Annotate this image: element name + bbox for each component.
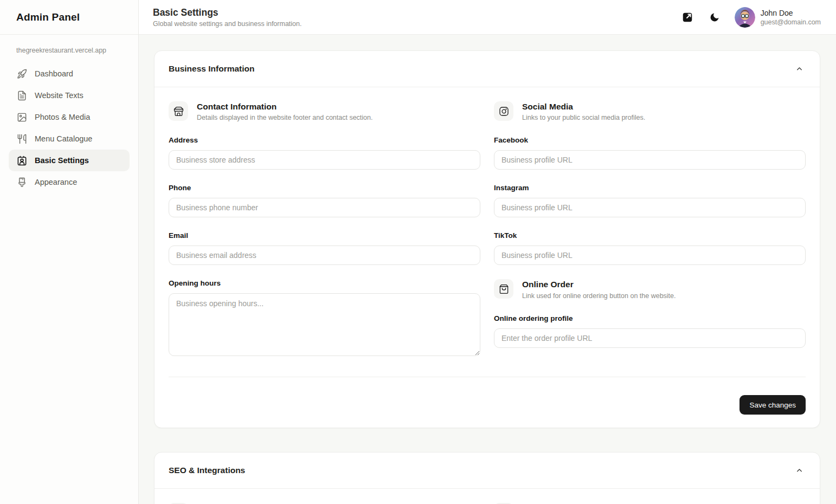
phone-input[interactable] bbox=[169, 198, 480, 217]
sidebar-item-website-texts[interactable]: Website Texts bbox=[9, 85, 130, 106]
tiktok-label: TikTok bbox=[494, 231, 806, 240]
section-title: Online Order bbox=[522, 279, 676, 289]
image-icon bbox=[16, 112, 27, 122]
user-name: John Doe bbox=[761, 9, 821, 17]
online-ordering-profile-label: Online ordering profile bbox=[494, 314, 806, 322]
contact-information-column: Contact Information Details displayed in… bbox=[169, 101, 480, 358]
sidebar-item-label: Appearance bbox=[35, 178, 77, 186]
sidebar: Admin Panel thegreekrestaurant.vercel.ap… bbox=[0, 0, 139, 504]
page-title: Basic Settings bbox=[153, 7, 301, 18]
section-title: Contact Information bbox=[197, 101, 373, 112]
opening-hours-label: Opening hours bbox=[169, 279, 480, 287]
sidebar-item-dashboard[interactable]: Dashboard bbox=[9, 63, 130, 85]
sidebar-item-menu-catalogue[interactable]: Menu Catalogue bbox=[9, 128, 130, 150]
phone-label: Phone bbox=[169, 184, 480, 192]
email-input[interactable] bbox=[169, 245, 480, 265]
section-subtitle: Links to your public social media profil… bbox=[522, 114, 645, 121]
sidebar-item-label: Photos & Media bbox=[35, 113, 90, 121]
opening-hours-textarea[interactable] bbox=[169, 293, 480, 356]
address-input[interactable] bbox=[169, 150, 480, 170]
main-content: Business Information bbox=[139, 35, 836, 504]
card-title: Business Information bbox=[169, 64, 254, 74]
shopping-bag-icon bbox=[494, 279, 513, 299]
chevron-up-icon[interactable] bbox=[793, 464, 806, 477]
sidebar-item-basic-settings[interactable]: Basic Settings bbox=[9, 150, 130, 171]
card-title: SEO & Integrations bbox=[169, 466, 245, 475]
sidebar-item-photos-media[interactable]: Photos & Media bbox=[9, 106, 130, 128]
file-text-icon bbox=[16, 90, 27, 101]
instagram-icon bbox=[494, 101, 513, 121]
paintbrush-icon bbox=[16, 177, 27, 188]
facebook-input[interactable] bbox=[494, 150, 806, 170]
seo-integrations-card: SEO & Integrations bbox=[154, 452, 820, 504]
sidebar-item-appearance[interactable]: Appearance bbox=[9, 171, 130, 193]
email-label: Email bbox=[169, 231, 480, 240]
social-media-column: Social Media Links to your public social… bbox=[494, 101, 806, 358]
sidebar-item-label: Website Texts bbox=[35, 91, 83, 100]
avatar bbox=[735, 7, 755, 28]
utensils-icon bbox=[16, 133, 27, 144]
user-menu[interactable]: John Doe guest@domain.com bbox=[735, 7, 821, 28]
external-link-icon[interactable] bbox=[680, 10, 694, 24]
sidebar-item-label: Menu Catalogue bbox=[35, 134, 92, 143]
section-subtitle: Details displayed in the website footer … bbox=[197, 114, 373, 121]
section-title: Social Media bbox=[522, 101, 645, 112]
instagram-label: Instagram bbox=[494, 184, 806, 192]
moon-icon[interactable] bbox=[708, 10, 722, 24]
user-email: guest@domain.com bbox=[761, 18, 821, 26]
tiktok-input[interactable] bbox=[494, 245, 806, 265]
sidebar-item-label: Dashboard bbox=[35, 69, 73, 78]
card-footer-divider bbox=[169, 377, 806, 377]
address-label: Address bbox=[169, 136, 480, 144]
app-title: Admin Panel bbox=[0, 0, 138, 35]
contact-card-icon bbox=[16, 155, 27, 166]
page-subtitle: Global website settings and business inf… bbox=[153, 20, 301, 28]
storefront-icon bbox=[169, 101, 188, 121]
instagram-input[interactable] bbox=[494, 198, 806, 217]
section-subtitle: Link used for online ordering button on … bbox=[522, 292, 676, 300]
facebook-label: Facebook bbox=[494, 136, 806, 144]
sidebar-item-label: Basic Settings bbox=[35, 156, 89, 165]
chevron-up-icon[interactable] bbox=[793, 62, 806, 75]
top-header: Basic Settings Global website settings a… bbox=[139, 0, 836, 35]
site-url: thegreekrestaurant.vercel.app bbox=[9, 47, 130, 54]
business-information-card: Business Information bbox=[154, 50, 820, 428]
rocket-icon bbox=[16, 68, 27, 79]
save-button[interactable]: Save changes bbox=[739, 395, 806, 415]
online-ordering-profile-input[interactable] bbox=[494, 328, 806, 348]
